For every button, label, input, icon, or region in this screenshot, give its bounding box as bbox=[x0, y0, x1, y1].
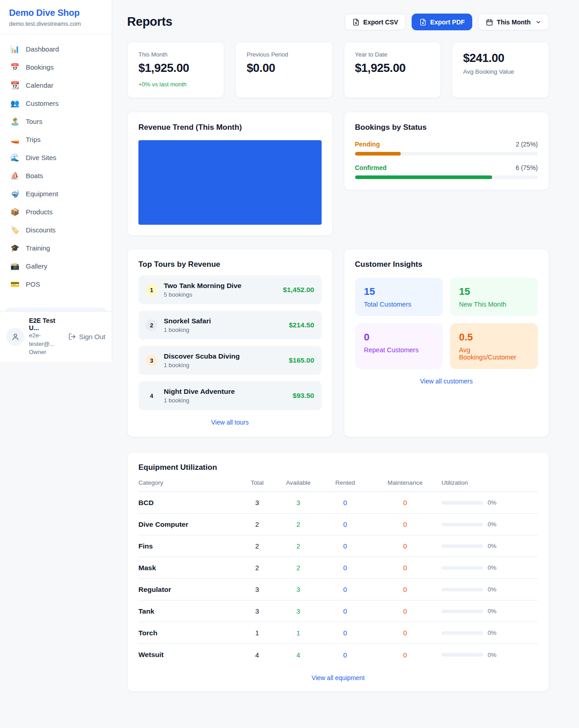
sidebar-item-training[interactable]: 🎓 Training bbox=[5, 241, 106, 255]
stat-card-previous-period: Previous Period $0.00 bbox=[235, 42, 332, 98]
dashboard-icon: 📊 bbox=[10, 46, 20, 53]
equipment-total: 3 bbox=[236, 499, 279, 506]
page-title: Reports bbox=[127, 15, 172, 29]
revenue-trend-title: Revenue Trend (This Month) bbox=[138, 123, 322, 132]
sidebar-item-calendar[interactable]: 📆 Calendar bbox=[5, 78, 106, 93]
sign-out-button[interactable]: Sign Out bbox=[68, 333, 105, 340]
equipment-available: 4 bbox=[279, 651, 318, 659]
insight-tile-total-customers: 15 Total Customers bbox=[355, 278, 443, 316]
utilization-track bbox=[441, 566, 483, 570]
log-out-icon bbox=[68, 333, 76, 340]
utilization-track bbox=[441, 501, 483, 505]
equipment-maintenance: 0 bbox=[372, 499, 438, 506]
sidebar-item-products[interactable]: 📦 Products bbox=[5, 204, 106, 219]
credit-card-icon: 💳 bbox=[10, 281, 20, 288]
sidebar-item-bookings[interactable]: 📅 Bookings bbox=[5, 60, 106, 75]
table-row: Dive Computer 2 2 0 0 0% bbox=[138, 514, 538, 535]
sign-out-label: Sign Out bbox=[79, 333, 105, 340]
equipment-total: 4 bbox=[236, 651, 279, 659]
user-role: Owner bbox=[29, 348, 64, 356]
insight-grid: 15 Total Customers 15 New This Month 0 R… bbox=[355, 278, 538, 369]
table-row: Mask 2 2 0 0 0% bbox=[138, 557, 538, 579]
customer-insights-card: Customer Insights 15 Total Customers 15 … bbox=[344, 249, 550, 437]
utilization-percent: 0% bbox=[488, 586, 497, 593]
table-row: BCD 3 3 0 0 0% bbox=[138, 492, 538, 514]
equipment-rented: 0 bbox=[318, 586, 372, 593]
col-rented: Rented bbox=[318, 479, 372, 486]
status-row-confirmed: Confirmed 6 (75%) bbox=[355, 164, 538, 179]
period-dropdown[interactable]: This Month bbox=[478, 14, 549, 30]
equipment-available: 1 bbox=[279, 629, 318, 637]
export-csv-button[interactable]: Export CSV bbox=[345, 14, 406, 30]
utilization-track bbox=[441, 544, 483, 548]
sidebar-item-customers[interactable]: 👥 Customers bbox=[5, 96, 106, 111]
sidebar-item-label: POS bbox=[26, 280, 40, 288]
file-download-icon bbox=[352, 19, 360, 26]
insight-label: New This Month bbox=[459, 301, 529, 308]
export-pdf-button[interactable]: Export PDF bbox=[412, 14, 472, 30]
island-icon: 🏝️ bbox=[10, 118, 20, 125]
camera-icon: 📸 bbox=[10, 263, 20, 270]
equipment-category: Regulator bbox=[138, 586, 236, 594]
tour-name: Snorkel Safari bbox=[164, 317, 211, 325]
sidebar-item-equipment[interactable]: 🤿 Equipment bbox=[5, 186, 106, 201]
user-panel: E2E Test U... e2e-tester@... Owner Sign … bbox=[0, 311, 112, 362]
tour-name: Night Dive Adventure bbox=[164, 388, 235, 396]
chevron-down-icon bbox=[535, 19, 541, 25]
utilization-percent: 0% bbox=[488, 608, 497, 615]
equipment-total: 2 bbox=[236, 520, 279, 528]
insight-value: 0 bbox=[364, 331, 434, 343]
utilization-percent: 0% bbox=[488, 521, 497, 528]
tour-bookings: 1 booking bbox=[164, 397, 235, 404]
export-pdf-label: Export PDF bbox=[430, 19, 465, 26]
top-tours-title: Top Tours by Revenue bbox=[138, 260, 322, 269]
sidebar-item-discounts[interactable]: 🏷️ Discounts bbox=[5, 222, 106, 237]
insight-tile-avg-bookings: 0.5 Avg Bookings/Customer bbox=[450, 323, 538, 369]
stat-value: $1,925.00 bbox=[138, 61, 213, 75]
equipment-maintenance: 0 bbox=[372, 564, 438, 572]
sidebar-item-dive-sites[interactable]: 🌊 Dive Sites bbox=[5, 150, 106, 165]
utilization-percent: 0% bbox=[488, 499, 497, 506]
main-content: Reports Export CSV Export PDF bbox=[112, 0, 579, 710]
equipment-category: Mask bbox=[138, 564, 236, 572]
sailboat-icon: ⛵ bbox=[10, 172, 20, 180]
rank-badge: 1 bbox=[146, 284, 157, 296]
sidebar-item-label: Equipment bbox=[26, 190, 58, 198]
sidebar-item-trips[interactable]: 🚤 Trips bbox=[5, 132, 106, 147]
sidebar-item-pos[interactable]: 💳 POS bbox=[5, 277, 106, 292]
person-icon bbox=[11, 332, 20, 341]
status-progress-track bbox=[355, 175, 538, 179]
sidebar-item-dashboard[interactable]: 📊 Dashboard bbox=[5, 42, 106, 57]
sidebar-item-label: Training bbox=[26, 244, 50, 252]
revenue-trend-card: Revenue Trend (This Month) bbox=[127, 112, 333, 236]
sidebar-item-boats[interactable]: ⛵ Boats bbox=[5, 168, 106, 183]
insights-row: Top Tours by Revenue 1 Two Tank Morning … bbox=[127, 249, 549, 437]
tour-amount: $165.00 bbox=[289, 356, 314, 364]
sidebar-active-item-partial[interactable] bbox=[5, 307, 106, 311]
sidebar-item-label: Bookings bbox=[26, 63, 54, 71]
view-all-equipment-link[interactable]: View all equipment bbox=[138, 674, 538, 681]
bookings-by-status-card: Bookings by Status Pending 2 (25%) Confi… bbox=[344, 112, 550, 190]
utilization-track bbox=[441, 523, 483, 526]
user-info: E2E Test U... e2e-tester@... Owner bbox=[29, 317, 64, 356]
table-row: Torch 1 1 0 0 0% bbox=[138, 622, 538, 644]
status-progress-track bbox=[355, 152, 538, 156]
bookings-by-status-title: Bookings by Status bbox=[355, 123, 538, 132]
wave-icon: 🌊 bbox=[10, 154, 20, 161]
sidebar-item-label: Discounts bbox=[26, 226, 56, 234]
tour-bookings: 1 booking bbox=[164, 326, 211, 333]
table-row: Regulator 3 3 0 0 0% bbox=[138, 579, 538, 600]
insight-value: 0.5 bbox=[459, 331, 529, 343]
equipment-table-header: Category Total Available Rented Maintena… bbox=[138, 472, 538, 492]
equipment-available: 3 bbox=[279, 586, 318, 593]
view-all-tours-link[interactable]: View all tours bbox=[138, 419, 322, 426]
insight-label: Total Customers bbox=[364, 301, 434, 308]
rank-badge: 3 bbox=[146, 355, 157, 366]
sidebar-item-gallery[interactable]: 📸 Gallery bbox=[5, 259, 106, 274]
sidebar-item-label: Customers bbox=[26, 99, 59, 107]
view-all-customers-link[interactable]: View all customers bbox=[355, 378, 538, 385]
equipment-total: 3 bbox=[236, 607, 279, 615]
col-total: Total bbox=[236, 479, 279, 486]
sidebar-item-tours[interactable]: 🏝️ Tours bbox=[5, 114, 106, 129]
equipment-rented: 0 bbox=[318, 542, 372, 550]
